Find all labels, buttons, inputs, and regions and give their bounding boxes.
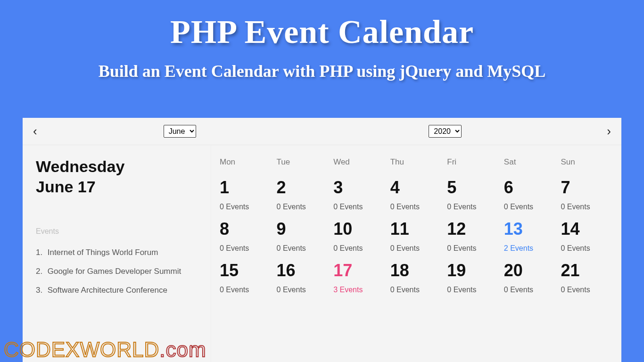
day-number: 13	[504, 221, 556, 238]
day-cell[interactable]: 180 Events	[390, 262, 443, 294]
day-event-count: 0 Events	[504, 203, 556, 211]
day-number: 3	[333, 179, 386, 196]
day-event-count: 0 Events	[504, 286, 556, 294]
weekday-header: Mon	[220, 157, 272, 167]
day-cell[interactable]: 110 Events	[390, 221, 443, 253]
day-event-count: 0 Events	[390, 244, 443, 253]
day-cell[interactable]: 20 Events	[277, 179, 329, 211]
day-cell[interactable]: 90 Events	[277, 221, 329, 253]
day-number: 14	[561, 221, 613, 238]
day-event-count: 0 Events	[390, 203, 443, 211]
day-event-count: 0 Events	[220, 203, 272, 211]
weekday-header: Tue	[277, 157, 329, 167]
day-cell[interactable]: 50 Events	[447, 179, 499, 211]
weekday-header: Sun	[561, 157, 613, 167]
day-event-count: 3 Events	[333, 286, 386, 294]
events-heading: Events	[36, 227, 198, 236]
day-event-count: 0 Events	[333, 244, 386, 253]
watermark-logo: CODEXWORLD.com	[0, 337, 210, 362]
calendar-panel: ‹ June 2020 › Wednesday June 17 Events 1…	[23, 118, 621, 362]
day-cell[interactable]: 132 Events	[504, 221, 556, 253]
day-event-count: 0 Events	[561, 203, 613, 211]
day-event-count: 0 Events	[220, 286, 272, 294]
list-item[interactable]: 2. Google for Games Developer Summit	[36, 262, 198, 281]
day-number: 4	[390, 179, 443, 196]
year-select[interactable]: 2020	[429, 125, 462, 138]
day-number: 10	[333, 221, 386, 238]
day-number: 12	[447, 221, 499, 238]
day-cell[interactable]: 30 Events	[333, 179, 386, 211]
list-item[interactable]: 3. Software Architecture Conference	[36, 281, 198, 300]
day-number: 7	[561, 179, 613, 196]
day-event-count: 0 Events	[561, 286, 613, 294]
weekday-header: Sat	[504, 157, 556, 167]
day-number: 19	[447, 262, 499, 279]
day-cell[interactable]: 70 Events	[561, 179, 613, 211]
page-title: PHP Event Calendar	[0, 13, 644, 51]
calendar-header: ‹ June 2020 ›	[23, 118, 621, 145]
selected-date: June 17	[36, 178, 198, 196]
day-event-count: 0 Events	[277, 244, 329, 253]
day-number: 9	[277, 221, 329, 238]
day-number: 1	[220, 179, 272, 196]
day-event-count: 0 Events	[390, 286, 443, 294]
day-cell[interactable]: 150 Events	[220, 262, 272, 294]
weekday-header: Fri	[447, 157, 499, 167]
day-cell[interactable]: 60 Events	[504, 179, 556, 211]
day-number: 15	[220, 262, 272, 279]
day-number: 18	[390, 262, 443, 279]
day-event-count: 0 Events	[447, 244, 499, 253]
day-cell[interactable]: 190 Events	[447, 262, 499, 294]
selected-weekday: Wednesday	[36, 157, 198, 176]
page-subtitle: Build an Event Calendar with PHP using j…	[0, 61, 644, 81]
day-event-count: 0 Events	[561, 244, 613, 253]
day-event-count: 0 Events	[333, 203, 386, 211]
day-number: 16	[277, 262, 329, 279]
day-cell[interactable]: 200 Events	[504, 262, 556, 294]
prev-month-button[interactable]: ‹	[29, 122, 41, 140]
day-number: 8	[220, 221, 272, 238]
day-event-count: 0 Events	[447, 286, 499, 294]
day-cell[interactable]: 100 Events	[333, 221, 386, 253]
day-event-count: 0 Events	[447, 203, 499, 211]
day-number: 6	[504, 179, 556, 196]
calendar-grid: MonTueWedThuFriSatSun 10 Events20 Events…	[211, 145, 621, 362]
next-month-button[interactable]: ›	[603, 122, 615, 140]
day-event-count: 0 Events	[277, 203, 329, 211]
day-event-count: 0 Events	[277, 286, 329, 294]
month-select[interactable]: June	[164, 125, 196, 138]
day-cell[interactable]: 10 Events	[220, 179, 272, 211]
day-cell[interactable]: 210 Events	[561, 262, 613, 294]
day-number: 17	[333, 262, 386, 279]
day-cell[interactable]: 40 Events	[390, 179, 443, 211]
day-cell[interactable]: 160 Events	[277, 262, 329, 294]
weekday-header: Wed	[333, 157, 386, 167]
day-number: 5	[447, 179, 499, 196]
weekday-header: Thu	[390, 157, 443, 167]
day-number: 2	[277, 179, 329, 196]
day-event-count: 2 Events	[504, 244, 556, 253]
day-cell[interactable]: 140 Events	[561, 221, 613, 253]
events-list: 1. Internet of Things World Forum2. Goog…	[36, 243, 198, 299]
day-cell[interactable]: 80 Events	[220, 221, 272, 253]
day-event-count: 0 Events	[220, 244, 272, 253]
day-number: 21	[561, 262, 613, 279]
day-number: 11	[390, 221, 443, 238]
day-cell[interactable]: 173 Events	[333, 262, 386, 294]
list-item[interactable]: 1. Internet of Things World Forum	[36, 243, 198, 262]
event-sidebar: Wednesday June 17 Events 1. Internet of …	[23, 145, 211, 362]
day-number: 20	[504, 262, 556, 279]
day-cell[interactable]: 120 Events	[447, 221, 499, 253]
